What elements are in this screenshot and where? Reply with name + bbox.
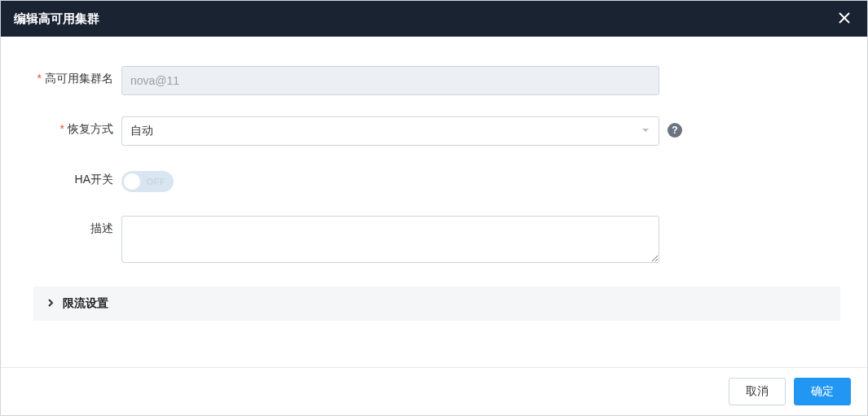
cluster-name-row: 高可用集群名 <box>33 66 835 95</box>
cluster-name-label: 高可用集群名 <box>33 66 121 86</box>
switch-state-label: OFF <box>147 177 166 186</box>
edit-ha-cluster-dialog: 编辑高可用集群 高可用集群名 恢复方式 自动 <box>0 0 868 416</box>
dialog-body: 高可用集群名 恢复方式 自动 ? HA开关 <box>1 37 867 367</box>
rate-limit-label: 限流设置 <box>63 296 108 311</box>
recovery-mode-row: 恢复方式 自动 ? <box>33 116 835 146</box>
description-row: 描述 <box>33 216 835 265</box>
dialog-title: 编辑高可用集群 <box>14 11 99 27</box>
help-icon[interactable]: ? <box>668 123 682 138</box>
dialog-header: 编辑高可用集群 <box>1 1 867 37</box>
dialog-footer: 取消 确定 <box>1 367 867 415</box>
chevron-right-icon <box>46 297 55 310</box>
cancel-button[interactable]: 取消 <box>729 378 786 405</box>
recovery-mode-label: 恢复方式 <box>33 116 121 137</box>
cluster-name-input <box>121 66 659 95</box>
ha-switch-label: HA开关 <box>33 167 121 187</box>
close-icon[interactable] <box>835 7 854 30</box>
recovery-mode-select[interactable]: 自动 <box>121 116 659 146</box>
confirm-button[interactable]: 确定 <box>794 378 851 405</box>
description-label: 描述 <box>33 216 121 236</box>
rate-limit-section[interactable]: 限流设置 <box>33 287 840 321</box>
chevron-down-icon <box>641 125 650 138</box>
description-textarea[interactable] <box>121 216 659 263</box>
switch-knob <box>124 173 140 190</box>
ha-switch-row: HA开关 OFF <box>33 167 835 195</box>
recovery-mode-value: 自动 <box>130 124 153 138</box>
ha-switch-toggle[interactable]: OFF <box>121 171 174 192</box>
